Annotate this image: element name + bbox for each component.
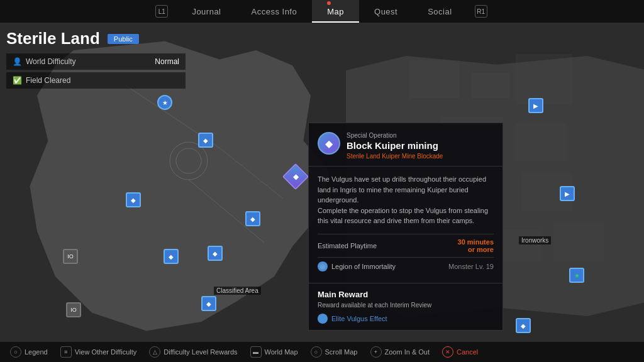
svg-rect-7 [516,54,572,104]
map-marker-right-4[interactable]: ◆ [516,318,531,333]
svg-rect-6 [472,73,509,98]
left-info-panel: Sterile Land Public 👤 World Difficulty N… [6,29,186,91]
options-item[interactable]: ≡ View Other Difficulty [60,346,137,358]
map-marker-1[interactable]: ★ [157,95,172,110]
map-marker-6[interactable]: ◆ [245,211,260,226]
operation-name: Block Kuiper mining [347,140,494,151]
reward-item: ◎ Elite Vulgus Effect [318,314,494,324]
legend-icon: ○ [10,346,21,358]
popup-header: ◆ Special Operation Block Kuiper mining … [309,123,502,167]
popup-body: The Vulgus have set up drills throughout… [309,167,502,283]
top-navigation: L1 Journal Access Info Map Quest Social … [0,0,644,23]
options-label: View Other Difficulty [75,348,137,356]
zoom-label: Zoom In & Out [385,348,430,356]
operation-popup: ◆ Special Operation Block Kuiper mining … [308,123,503,331]
ironworks-label: Ironworks [519,236,551,244]
tab-access-info[interactable]: Access Info [236,0,313,23]
difficulty-rewards-item[interactable]: △ Difficulty Level Rewards [149,346,237,358]
reward-item-name: Elite Vulgus Effect [331,315,387,322]
tab-quest[interactable]: Quest [359,0,413,23]
bottom-bar: ○ Legend ≡ View Other Difficulty △ Diffi… [0,342,644,362]
cancel-label: Cancel [457,348,478,356]
zoom-item[interactable]: + Zoom In & Out [370,346,430,358]
tab-journal[interactable]: Journal [177,0,236,23]
svg-point-3 [170,142,208,180]
options-icon: ≡ [60,346,72,358]
map-marker-7[interactable]: ◆ [201,296,216,311]
svg-rect-5 [409,60,459,98]
operation-subtitle: Sterile Land Kuiper Mine Blockade [347,153,494,160]
right-controller-btn[interactable]: R1 [467,0,496,23]
faction-row: ◎ Legion of Immortality Monster Lv. 19 [318,257,494,275]
world-difficulty-label: World Difficulty [26,57,76,66]
cancel-item[interactable]: ✕ Cancel [442,346,478,358]
faction-label: Legion of Immortality [331,263,396,270]
reward-title: Main Reward [318,290,494,299]
svg-line-1 [220,148,283,199]
map-marker-4[interactable]: ◆ [164,249,179,264]
location-title-row: Sterile Land Public [6,29,186,48]
public-badge: Public [108,34,139,44]
map-marker-right-2[interactable]: ▶ [560,186,575,201]
world-map-icon: ▬ [250,346,262,358]
map-marker-right-3[interactable]: ★ [569,268,584,283]
l1-icon: L1 [155,5,168,18]
difficulty-rewards-label: Difficulty Level Rewards [164,348,237,356]
scroll-map-icon: ○ [311,346,322,358]
faction-icon: ◎ [318,261,328,272]
difficulty-icon: 👤 [13,57,22,66]
map-marker-2[interactable]: ◆ [198,133,213,148]
reward-section: Main Reward Reward available at each Int… [309,283,502,330]
faction-detail: Monster Lv. 19 [448,263,494,270]
classified-area-label: Classified Area [214,287,261,295]
difficulty-rewards-icon: △ [149,346,160,358]
zoom-icon: + [370,346,382,358]
playtime-label: Estimated Playtime [318,242,377,250]
left-controller-btn[interactable]: L1 [148,0,177,23]
field-cleared-row: ✅ Field Cleared [6,72,186,89]
legend-item[interactable]: ○ Legend [10,346,48,358]
legend-label: Legend [25,348,48,356]
svg-rect-13 [553,224,604,261]
world-difficulty-row: 👤 World Difficulty Normal [6,53,186,70]
tab-social[interactable]: Social [413,0,467,23]
world-map-label: World Map [265,348,298,356]
scroll-map-item[interactable]: ○ Scroll Map [311,346,358,358]
playtime-value: 30 minutesor more [458,238,494,253]
map-marker-io[interactable]: IO [63,249,78,264]
field-cleared-label: Field Cleared [26,76,70,85]
operation-icon: ◆ [318,132,340,155]
popup-title-area: Special Operation Block Kuiper mining St… [347,132,494,160]
reward-subtitle: Reward available at each Interim Review [318,302,494,309]
playtime-row: Estimated Playtime 30 minutesor more [318,234,494,257]
operation-type: Special Operation [347,132,494,139]
map-marker-3[interactable]: ◆ [126,192,141,207]
map-marker-5[interactable]: ◆ [208,246,223,261]
map-marker-right-1[interactable]: ▶ [528,98,543,113]
field-cleared-icon: ✅ [13,76,22,85]
operation-description: The Vulgus have set up drills throughout… [318,174,494,226]
cancel-icon: ✕ [442,346,453,358]
svg-point-4 [176,148,201,173]
map-marker-io2[interactable]: IO [66,302,81,317]
world-map-item[interactable]: ▬ World Map [250,346,298,358]
scroll-map-label: Scroll Map [325,348,358,356]
reward-item-icon: ◎ [318,314,328,324]
world-difficulty-value: Normal [155,57,179,66]
svg-rect-9 [516,123,566,161]
location-name: Sterile Land [6,29,100,48]
r1-icon: R1 [475,5,487,18]
tab-map[interactable]: Map [312,0,359,23]
